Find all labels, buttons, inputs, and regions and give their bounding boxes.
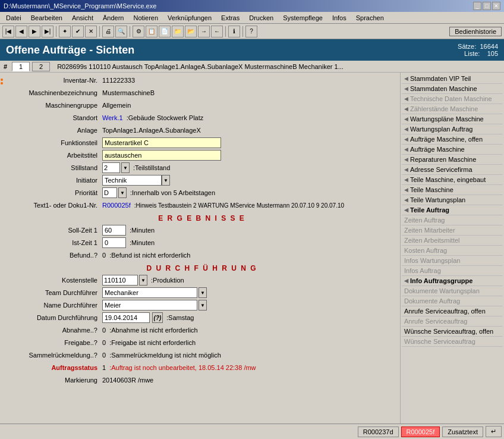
sidebar-item-zaehlerstande[interactable]: ◀ Zählerstände Maschine: [402, 104, 503, 114]
toolbar-info-button[interactable]: ℹ: [228, 26, 240, 37]
textdoku-label: Text1- oder Doku1-Nr.: [7, 202, 102, 209]
toolbar-btn-a[interactable]: ⚙: [133, 26, 144, 37]
datum-input[interactable]: [102, 312, 150, 323]
zusatztext-button[interactable]: Zusatztext: [442, 427, 483, 437]
anlage-label: Anlage: [7, 127, 102, 134]
team-dropdown[interactable]: ▼: [199, 287, 207, 298]
toolbar-new-button[interactable]: ✦: [59, 26, 71, 37]
name-input[interactable]: [102, 300, 197, 311]
menu-drucken[interactable]: Drucken: [245, 14, 277, 22]
menu-verknuepfungen[interactable]: Verknüpfungen: [164, 14, 215, 22]
menu-notieren[interactable]: Notieren: [130, 14, 162, 22]
sidebar-item-teile-auftrag[interactable]: ◀ Teile Auftrag: [402, 205, 503, 215]
arbeitstitel-input[interactable]: [102, 150, 221, 161]
window-controls[interactable]: _ □ ✕: [473, 2, 500, 10]
sidebar-item-teile-maschine[interactable]: ◀ Teile Maschine: [402, 185, 503, 195]
sidebar-item-adresse-servicefirma[interactable]: ◀ Adresse Servicefirma: [402, 165, 503, 175]
bedienhistorie-button[interactable]: Bedienhistorie: [449, 27, 502, 36]
sidebar-item-infos-auftrag[interactable]: Infos Auftrag: [402, 266, 503, 276]
toolbar-btn-f[interactable]: →: [198, 26, 210, 37]
sidebar-item-auftraege-maschine[interactable]: ◀ Aufträge Maschine: [402, 145, 503, 155]
prioritaet-combo[interactable]: [102, 187, 117, 198]
inventar-row: Inventar-Nr. 111222333: [7, 75, 396, 86]
sidebar-item-zeiten-mitarbeiter[interactable]: Zeiten Mitarbeiter: [402, 225, 503, 236]
sidebar-item-dokumente-auftrag[interactable]: Dokumente Auftrag: [402, 296, 503, 306]
funktionsteil-input[interactable]: [102, 137, 221, 148]
menu-systempflege[interactable]: Systempflege: [279, 14, 326, 22]
close-button[interactable]: ✕: [492, 2, 500, 10]
kostenstelle-input[interactable]: [102, 275, 138, 286]
tab-1[interactable]: 1: [12, 62, 30, 71]
minimize-button[interactable]: _: [473, 2, 481, 10]
toolbar-btn-b[interactable]: 📋: [146, 26, 158, 37]
menu-sprachen[interactable]: Sprachen: [352, 14, 388, 22]
stillstand-combo[interactable]: [102, 162, 120, 173]
sidebar-item-teile-wartungsplan[interactable]: ◀ Teile Wartungsplan: [402, 195, 503, 205]
sollzeit-input[interactable]: [102, 225, 126, 236]
befund-desc: :Befund ist nicht erforderlich: [109, 252, 190, 259]
menu-bearbeiten[interactable]: Bearbeiten: [27, 14, 66, 22]
nav-last-button[interactable]: ▶|: [42, 26, 53, 37]
toolbar-search-button[interactable]: 🔍: [115, 26, 127, 37]
sidebar-item-technische-daten[interactable]: ◀ Technische Daten Maschine: [402, 94, 503, 104]
sidebar-item-info-auftragsgruppe[interactable]: ◀ Info Auftragsgruppe: [402, 276, 503, 286]
main-area: Inventar-Nr. 111222333 Maschinenbezeichn…: [0, 73, 504, 424]
inventar-label: Inventar-Nr.: [7, 77, 102, 84]
maximize-button[interactable]: □: [483, 2, 491, 10]
abnahme-label: Abnahme..?: [7, 327, 102, 334]
sidebar-item-zeiten-arbeitsmittel[interactable]: Zeiten Arbeitsmittel: [402, 236, 503, 246]
menu-datei[interactable]: Datei: [2, 14, 25, 22]
sidebar-item-dokumente-wartungsplan[interactable]: Dokumente Wartungsplan: [402, 286, 503, 296]
enter-button[interactable]: ↵: [486, 426, 502, 437]
sidebar-item-anrufe-serviceauftrag-offen[interactable]: Anrufe Serviceauftrag, offen: [402, 306, 503, 316]
sidebar-item-reparaturen[interactable]: ◀ Reparaturen Maschine: [402, 155, 503, 165]
nav-first-button[interactable]: |◀: [2, 26, 14, 37]
toolbar-delete-button[interactable]: ✕: [85, 26, 97, 37]
sidebar-item-wartungsplaene[interactable]: ◀ Wartungspläne Maschine: [402, 114, 503, 124]
initiator-dropdown[interactable]: ▼: [162, 175, 170, 186]
prioritaet-dropdown[interactable]: ▼: [118, 187, 127, 198]
team-combo-container: ▼: [102, 287, 207, 298]
stillstand-dropdown[interactable]: ▼: [121, 162, 130, 173]
menu-aendern[interactable]: Ändern: [99, 14, 127, 22]
toolbar-btn-c[interactable]: 📄: [159, 26, 171, 37]
kostenstelle-dropdown[interactable]: ▼: [139, 275, 147, 286]
team-input[interactable]: [102, 287, 197, 298]
sidebar-item-teile-maschine-eingebaut[interactable]: ◀ Teile Maschine, eingebaut: [402, 175, 503, 185]
sidebar-item-stammdaten-maschine[interactable]: ◀ Stammdaten Maschine: [402, 84, 503, 94]
toolbar-help-button[interactable]: ?: [245, 26, 257, 37]
sollzeit-desc: :Minuten: [130, 227, 155, 234]
initiator-row: Initiator ▼: [7, 175, 396, 186]
sidebar-item-wartungsplan-auftrag[interactable]: ◀ Wartungsplan Auftrag: [402, 124, 503, 134]
record-btn-2[interactable]: R000025f: [401, 427, 440, 437]
tab-2[interactable]: 2: [32, 62, 50, 71]
maschinengruppe-label: Maschinengruppe: [7, 102, 102, 109]
sidebar-arrow-1: ◀: [404, 86, 408, 92]
istzeit-input[interactable]: [102, 237, 126, 248]
menu-infos[interactable]: Infos: [329, 14, 350, 22]
sidebar-item-stammdaten-vip[interactable]: ◀ Stammdaten VIP Teil: [402, 74, 503, 84]
toolbar-btn-e[interactable]: 📂: [185, 26, 197, 37]
toolbar-btn-d[interactable]: 📁: [172, 26, 184, 37]
toolbar-save-button[interactable]: ✔: [72, 26, 84, 37]
sidebar-item-infos-wartungsplan[interactable]: Infos Wartungsplan: [402, 256, 503, 266]
toolbar-btn-g[interactable]: ←: [211, 26, 223, 37]
menu-ansicht[interactable]: Ansicht: [68, 14, 97, 22]
record-btn-1[interactable]: R000237d: [358, 427, 399, 437]
sidebar-item-anrufe-serviceauftrag[interactable]: Anrufe Serviceauftrag: [402, 316, 503, 327]
sidebar-item-wuensche-serviceauftrag-offen[interactable]: Wünsche Serviceauftrag, offen: [402, 327, 503, 337]
datum-help-button[interactable]: (?): [152, 312, 163, 323]
sidebar-item-wuensche-serviceauftrag[interactable]: Wünsche Serviceauftrag: [402, 337, 503, 347]
nav-next-button[interactable]: ▶: [29, 26, 40, 37]
app-title: Offene Aufträge - Sichten: [6, 44, 134, 57]
toolbar-print-button[interactable]: 🖨: [102, 26, 114, 37]
stillstand-row: Stillstand ▼ :Teilstillstand: [7, 162, 396, 173]
initiator-input[interactable]: [102, 175, 162, 186]
name-dropdown[interactable]: ▼: [199, 300, 207, 311]
menu-extras[interactable]: Extras: [218, 14, 243, 22]
sidebar-item-kosten-auftrag[interactable]: Kosten Auftrag: [402, 246, 503, 256]
sidebar-item-zeiten-auftrag[interactable]: Zeiten Auftrag: [402, 215, 503, 225]
nav-prev-button[interactable]: ◀: [15, 26, 27, 37]
anlage-row: Anlage TopAnlage1.AnlageA.SubanlageX: [7, 125, 396, 136]
sidebar-item-auftraege-maschine-offen[interactable]: ◀ Aufträge Maschine, offen: [402, 134, 503, 145]
